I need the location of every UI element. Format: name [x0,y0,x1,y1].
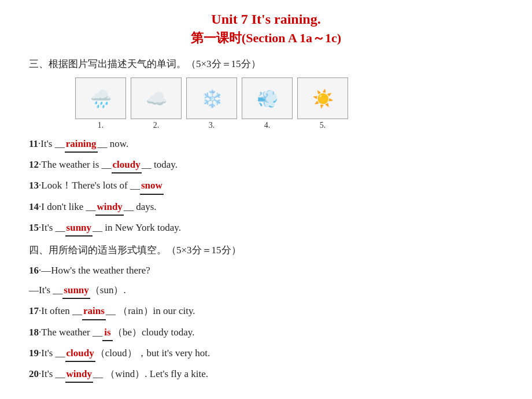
title-area: Unit 7 It's raining. 第一课时(Section A 1a～1… [29,12,503,47]
exercise-text: ·—How's the weather there? [39,265,150,276]
exercise-answer: raining [65,136,98,153]
image-number: 1. [98,121,104,130]
exercise-line: 14·I don't like __windy__ days. [29,199,503,216]
exercise-number: 17 [29,305,39,316]
exercise-after-text: （cloud），but it's very hot. [95,348,210,359]
weather-image-box: ☁️2. [131,77,182,130]
exercise-answer: sunny [62,282,90,299]
exercise-line: 11·It's __raining__ now. [29,136,503,153]
exercise-after-text: __ days. [124,201,157,212]
weather-image-box: 💨4. [242,77,293,130]
exercise-before-text: ·Look！There's lots of __ [39,180,140,191]
weather-icon: ❄️ [186,77,237,119]
exercise-number: 20 [29,368,39,379]
exercise-after-text: （be）cloudy today. [113,327,194,338]
image-number: 2. [153,121,160,130]
weather-icon: 🌧️ [75,77,126,119]
weather-image-box: ☀️5. [297,77,348,130]
image-number: 5. [320,121,326,130]
exercise-before-text: ·It's __ [39,222,65,233]
exercise-before-text: ·It's __ [39,348,65,359]
exercise-after-text: __ now. [98,138,129,149]
exercise-after-text: （sun）. [90,285,126,295]
exercise-line: —It's __sunny（sun）. [29,282,503,299]
title-cn: 第一课时(Section A 1a～1c) [29,29,503,47]
exercise-answer: is [102,324,113,341]
exercise-number: 13 [29,180,39,191]
exercise-answer: snow [140,178,164,194]
exercise-line: 13·Look！There's lots of __snow [29,178,503,194]
weather-icon: 💨 [242,77,293,119]
exercise-line: 15·It's __sunny__ in New York today. [29,220,503,237]
exercise-before-text: —It's __ [29,285,62,295]
exercise-before-text: ·The weather __ [39,327,102,338]
exercise-block: 16·—How's the weather there?—It's __sunn… [29,263,503,299]
section3-exercises: 11·It's __raining__ now.12·The weather i… [29,136,503,237]
exercise-line: 19·It's __cloudy（cloud），but it's very ho… [29,345,503,362]
exercise-before-text: ·It's __ [39,368,65,379]
exercise-before-text: ·It often __ [39,305,82,316]
weather-images-row: 🌧️1.☁️2.❄️3.💨4.☀️5. [75,77,503,130]
exercise-number: 18 [29,327,39,338]
image-number: 3. [209,121,215,130]
exercise-number: 15 [29,222,39,233]
exercise-number: 19 [29,348,39,359]
exercise-answer: cloudy [112,157,142,173]
exercise-answer: windy [95,199,123,216]
exercise-answer: sunny [65,220,93,237]
exercise-answer: cloudy [65,345,95,362]
title-en: Unit 7 It's raining. [29,12,503,27]
exercise-line: 12·The weather is __cloudy__ today. [29,157,503,173]
weather-image-box: 🌧️1. [75,77,126,130]
weather-icon: ☁️ [131,77,182,119]
exercise-line: 16·—How's the weather there? [29,263,503,278]
exercise-answer: rains [82,303,106,320]
section4-header: 四、用所给词的适当形式填空。（5×3分＝15分） [29,243,503,257]
weather-image-box: ❄️3. [186,77,237,130]
exercise-answer: windy [65,366,93,383]
exercise-before-text: ·I don't like __ [39,201,95,212]
section3-header: 三、根据图片写出描述天气的单词。（5×3分＝15分） [29,57,503,71]
weather-icon: ☀️ [297,77,348,119]
exercise-number: 14 [29,201,39,212]
exercise-line: 20·It's __windy__ （wind）. Let's fly a ki… [29,366,503,383]
exercise-after-text: __ （rain）in our city. [106,305,195,316]
exercise-number: 11 [29,138,38,149]
image-number: 4. [264,121,271,130]
exercise-after-text: __ in New York today. [93,222,181,233]
exercise-number: 12 [29,159,39,170]
exercise-after-text: __ （wind）. Let's fly a kite. [93,368,208,379]
section4-exercises: 16·—How's the weather there?—It's __sunn… [29,263,503,383]
exercise-after-text: __ today. [142,159,178,170]
exercise-line: 17·It often __rains__ （rain）in our city. [29,303,503,320]
exercise-number: 16 [29,265,39,276]
exercise-before-text: ·The weather is __ [39,159,112,170]
exercise-before-text: ·It's __ [38,138,65,149]
exercise-line: 18·The weather __is（be）cloudy today. [29,324,503,341]
